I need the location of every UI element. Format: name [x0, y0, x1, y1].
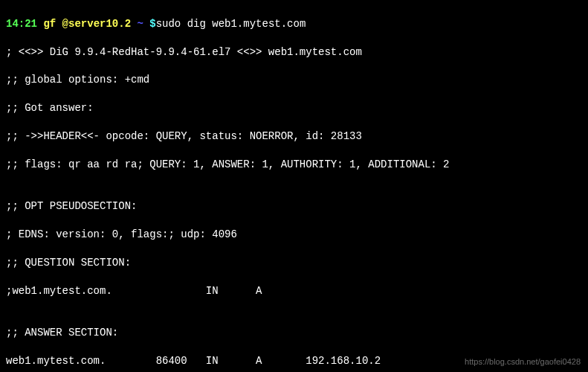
edns-line: ; EDNS: version: 0, flags:; udp: 4096 — [6, 228, 582, 242]
flags-line: ;; flags: qr aa rd ra; QUERY: 1, ANSWER:… — [6, 158, 582, 172]
question-record: ;web1.mytest.com. IN A — [6, 284, 582, 298]
opt-pseudosection-header: ;; OPT PSEUDOSECTION: — [6, 199, 582, 214]
watermark-text: https://blog.csdn.net/gaofei0428 — [465, 356, 581, 368]
prompt-line-1: 14:21 gf @server10.2 ~ $sudo dig web1.my… — [6, 18, 306, 30]
answer-section-header: ;; ANSWER SECTION: — [6, 326, 582, 340]
global-options-line: ;; global options: +cmd — [6, 73, 582, 87]
prompt-dollar: $ — [149, 18, 155, 30]
got-answer-line: ;; Got answer: — [6, 101, 582, 115]
prompt-cwd: ~ — [137, 18, 149, 30]
dig-version-line: ; <<>> DiG 9.9.4-RedHat-9.9.4-61.el7 <<>… — [6, 45, 582, 60]
question-section-header: ;; QUESTION SECTION: — [6, 256, 582, 270]
terminal-output[interactable]: 14:21 gf @server10.2 ~ $sudo dig web1.my… — [6, 3, 582, 372]
prompt-time: 14:21 — [6, 18, 37, 30]
command-text: sudo dig web1.mytest.com — [156, 18, 306, 30]
prompt-user-host: gf @server10.2 — [37, 18, 137, 30]
header-opcode-line: ;; ->>HEADER<<- opcode: QUERY, status: N… — [6, 129, 582, 144]
